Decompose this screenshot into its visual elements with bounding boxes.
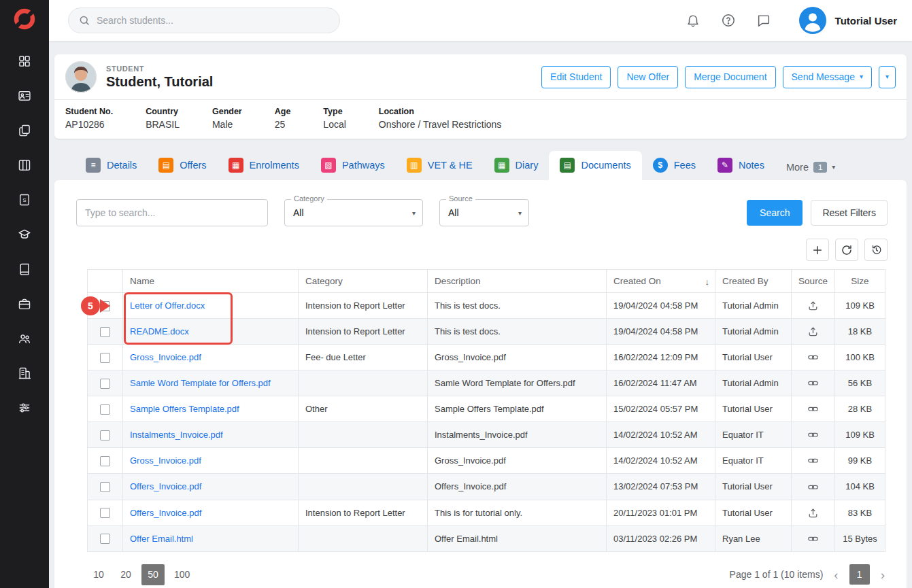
- add-document-button[interactable]: [806, 239, 829, 261]
- sidebar-nav: S: [0, 41, 49, 416]
- enrolments-icon: ▦: [229, 158, 243, 173]
- row-checkbox[interactable]: [100, 430, 110, 440]
- chevron-right-icon[interactable]: ›: [881, 568, 885, 581]
- cell-created-by: Tutorial Admin: [715, 319, 792, 345]
- refresh-icon: [841, 244, 853, 256]
- row-checkbox[interactable]: [100, 353, 110, 363]
- table-row: Samle Word Template for Offers.pdf Samle…: [88, 370, 885, 396]
- cell-size: 104 KB: [835, 474, 885, 500]
- refresh-button[interactable]: [835, 239, 858, 261]
- sidebar-item-settings[interactable]: [16, 400, 33, 416]
- sidebar-item-offers[interactable]: [16, 122, 33, 139]
- row-checkbox-cell: [88, 448, 123, 474]
- row-checkbox[interactable]: [100, 482, 110, 492]
- category-select[interactable]: Category All ▾: [284, 199, 423, 226]
- global-search-input[interactable]: [97, 15, 330, 26]
- tab-offers[interactable]: ▤Offers: [148, 151, 217, 180]
- sidebar-item-library[interactable]: [16, 261, 33, 277]
- documents-search-input[interactable]: [76, 199, 268, 226]
- tab-more[interactable]: More 1 ▾: [775, 155, 846, 180]
- tab-vet-he[interactable]: ▥VET & HE: [396, 151, 484, 180]
- tab-enrolments[interactable]: ▦Enrolments: [218, 151, 310, 180]
- document-link[interactable]: Letter of Offer.docx: [130, 300, 205, 311]
- row-checkbox[interactable]: [100, 404, 110, 415]
- tab-pathways[interactable]: ▧Pathways: [310, 151, 396, 180]
- user-menu[interactable]: Tutorial User: [799, 7, 897, 34]
- row-checkbox[interactable]: [100, 379, 110, 389]
- sidebar-item-students[interactable]: [16, 88, 33, 104]
- cell-source: [792, 448, 835, 474]
- document-link[interactable]: Offer Email.html: [130, 534, 193, 544]
- sidebar-item-invoices[interactable]: S: [16, 192, 33, 208]
- send-message-button[interactable]: Send Message ▾: [783, 66, 872, 88]
- cell-size: 56 KB: [835, 370, 885, 396]
- document-link[interactable]: Offers_Invoice.pdf: [130, 481, 201, 491]
- edit-student-button[interactable]: Edit Student: [541, 66, 611, 88]
- chat-icon[interactable]: [756, 12, 772, 29]
- more-actions-button[interactable]: ▾: [879, 66, 896, 88]
- column-header-size[interactable]: Size: [835, 270, 885, 293]
- new-offer-button[interactable]: New Offer: [618, 66, 678, 88]
- row-checkbox[interactable]: [100, 456, 110, 466]
- tab-fees[interactable]: $Fees: [642, 151, 707, 180]
- tab-details[interactable]: ≡Details: [75, 151, 148, 180]
- category-select-label: Category: [291, 194, 327, 203]
- column-header-category[interactable]: Category: [299, 270, 428, 293]
- page-size-10[interactable]: 10: [87, 564, 110, 585]
- link-icon: [807, 481, 819, 493]
- row-checkbox[interactable]: [100, 508, 110, 518]
- cell-category: [299, 370, 428, 396]
- global-search[interactable]: [68, 7, 340, 33]
- document-link[interactable]: Samle Word Template for Offers.pdf: [130, 378, 271, 388]
- sidebar-item-dashboard[interactable]: [16, 53, 33, 69]
- app-logo-icon: [12, 6, 37, 35]
- table-header: NameCategoryDescriptionCreated On↓Create…: [88, 270, 885, 293]
- row-checkbox[interactable]: [100, 534, 110, 544]
- page-number-button[interactable]: 1: [849, 564, 870, 585]
- reset-filters-button[interactable]: Reset Filters: [811, 200, 888, 226]
- sidebar-item-agents[interactable]: [16, 330, 33, 347]
- sort-desc-icon[interactable]: ↓: [705, 277, 710, 287]
- app-logo[interactable]: [0, 0, 49, 41]
- column-header-name[interactable]: Name: [123, 270, 299, 293]
- search-button[interactable]: Search: [747, 200, 803, 226]
- student-header-card: STUDENT Student, Tutorial Edit Student N…: [54, 54, 907, 139]
- sidebar-item-boards[interactable]: [16, 157, 33, 173]
- page-size-20[interactable]: 20: [114, 564, 137, 585]
- column-header-created-by[interactable]: Created By: [715, 270, 792, 293]
- tab-label: Enrolments: [250, 160, 299, 171]
- sidebar-item-courses[interactable]: [16, 226, 33, 243]
- document-link[interactable]: Sample Offers Template.pdf: [130, 404, 239, 414]
- document-link[interactable]: Instalments_Invoice.pdf: [130, 430, 223, 440]
- column-header-description[interactable]: Description: [428, 270, 607, 293]
- notifications-bell-icon[interactable]: [685, 12, 701, 29]
- column-header-source[interactable]: Source: [792, 270, 835, 293]
- courses-icon: [18, 228, 31, 241]
- row-checkbox[interactable]: [100, 327, 110, 337]
- cell-source: [792, 345, 835, 370]
- tab-notes[interactable]: ✎Notes: [707, 151, 775, 180]
- page-size-100[interactable]: 100: [169, 564, 195, 585]
- help-icon[interactable]: [720, 12, 737, 29]
- column-header-created-on[interactable]: Created On↓: [607, 270, 715, 293]
- cell-created-on: 13/02/2024 07:53 PM: [607, 474, 715, 500]
- history-button[interactable]: [864, 239, 888, 261]
- chevron-left-icon[interactable]: ‹: [834, 568, 838, 581]
- document-link[interactable]: README.docx: [130, 326, 189, 336]
- tab-diary[interactable]: ▦Diary: [484, 151, 550, 180]
- fees-icon: $: [653, 158, 668, 173]
- page-size-50[interactable]: 50: [141, 564, 165, 585]
- document-link[interactable]: Gross_Invoice.pdf: [130, 455, 201, 466]
- sidebar: S: [0, 0, 49, 588]
- cell-size: 83 KB: [835, 500, 885, 525]
- cell-category: Fee- due Letter: [299, 345, 428, 370]
- organisations-icon: [18, 366, 31, 380]
- document-link[interactable]: Gross_Invoice.pdf: [130, 352, 201, 362]
- sidebar-item-services[interactable]: [16, 296, 33, 312]
- merge-document-button[interactable]: Merge Document: [685, 66, 775, 88]
- tab-documents[interactable]: ▤Documents: [549, 151, 641, 180]
- document-link[interactable]: Offers_Invoice.pdf: [130, 508, 201, 518]
- sidebar-item-organisations[interactable]: [16, 365, 33, 381]
- cell-description: This is for tutorial only.: [428, 500, 607, 525]
- source-select[interactable]: Source All ▾: [439, 199, 529, 226]
